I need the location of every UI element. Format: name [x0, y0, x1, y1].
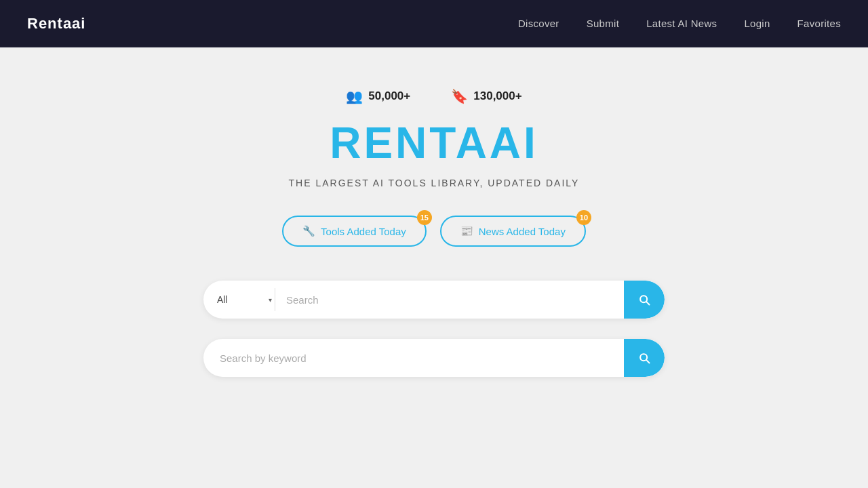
site-logo[interactable]: Rentaai: [27, 15, 518, 33]
users-count: 50,000+: [368, 89, 410, 103]
nav-submit[interactable]: Submit: [587, 18, 620, 29]
keyword-search-button[interactable]: [624, 339, 665, 377]
news-badge: 10: [576, 210, 591, 225]
nav-latest-ai-news[interactable]: Latest AI News: [646, 18, 717, 29]
category-select-wrapper: All Tools News Categories ▾: [203, 288, 275, 311]
keyword-search-icon: [637, 351, 651, 365]
nav-favorites[interactable]: Favorites: [797, 18, 841, 29]
navbar: Rentaai Discover Submit Latest AI News L…: [0, 0, 868, 47]
news-added-today-button[interactable]: 📰 News Added Today 10: [440, 216, 586, 247]
main-content: 👥 50,000+ 🔖 130,000+ RENTAAI THE LARGEST…: [0, 47, 868, 377]
keyword-search-input[interactable]: [203, 339, 624, 377]
main-search-container: All Tools News Categories ▾: [203, 281, 665, 319]
tools-button-icon: 🔧: [302, 225, 315, 237]
tools-button-label: Tools Added Today: [321, 226, 406, 237]
category-select[interactable]: All Tools News Categories: [203, 288, 269, 311]
keyword-search-container: [203, 339, 665, 377]
nav-discover[interactable]: Discover: [518, 18, 559, 29]
keyword-search-row: [203, 339, 665, 377]
tools-added-today-button[interactable]: 🔧 Tools Added Today 15: [282, 216, 427, 247]
nav-login[interactable]: Login: [744, 18, 770, 29]
tools-stat: 🔖 130,000+: [451, 88, 521, 104]
hero-subtitle: THE LARGEST AI TOOLS LIBRARY, UPDATED DA…: [289, 178, 580, 188]
search-button[interactable]: [624, 281, 665, 319]
pill-buttons-row: 🔧 Tools Added Today 15 📰 News Added Toda…: [282, 216, 586, 247]
tools-badge: 15: [417, 210, 432, 225]
bookmark-icon: 🔖: [451, 88, 468, 104]
stats-row: 👥 50,000+ 🔖 130,000+: [346, 88, 521, 104]
hero-title: RENTAAI: [330, 118, 538, 168]
tools-count: 130,000+: [473, 89, 521, 103]
users-icon: 👥: [346, 88, 363, 104]
nav-links: Discover Submit Latest AI News Login Fav…: [518, 18, 841, 30]
news-button-label: News Added Today: [479, 226, 566, 237]
search-row: All Tools News Categories ▾: [203, 281, 665, 319]
news-button-icon: 📰: [460, 225, 473, 237]
search-icon: [637, 293, 651, 306]
users-stat: 👥 50,000+: [346, 88, 410, 104]
chevron-down-icon: ▾: [269, 296, 272, 304]
search-input[interactable]: [275, 281, 624, 319]
